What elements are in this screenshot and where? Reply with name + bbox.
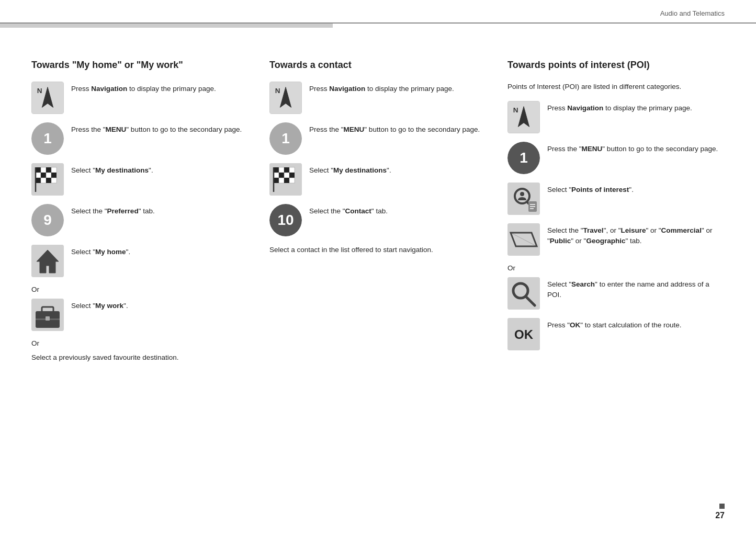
svg-text:N: N	[37, 87, 42, 95]
num1-icon-1: 1	[31, 122, 64, 155]
poi-intro: Points of Interest (POI) are listed in d…	[507, 82, 725, 92]
step-flag-2-text: Select "My destinations".	[309, 163, 487, 176]
step-work: Select "My work".	[31, 299, 249, 331]
step-flag-1: Select "My destinations".	[31, 163, 249, 196]
section-title-poi: Towards points of interest (POI)	[507, 59, 725, 71]
svg-rect-33	[279, 173, 284, 178]
column-my-home-work: Towards "My home" or "My work" N Press N…	[31, 59, 249, 363]
home-icon	[31, 245, 64, 277]
step-flag-2: Select "My destinations".	[269, 163, 487, 196]
step-work-text: Select "My work".	[71, 299, 249, 311]
step-nav-3: N Press Navigation to display the primar…	[507, 101, 725, 133]
svg-text:N: N	[513, 106, 518, 114]
step-home-text: Select "My home".	[71, 245, 249, 257]
step-ok: OK Press "OK" to start calculation of th…	[507, 318, 725, 350]
final-text-2: Select a contact in the list offered to …	[269, 245, 487, 255]
svg-rect-13	[41, 178, 46, 183]
svg-rect-29	[279, 167, 284, 173]
num-circle-1b: 1	[269, 122, 302, 155]
svg-text:OK: OK	[514, 327, 534, 341]
flag-icon-2	[269, 163, 302, 196]
svg-rect-32	[274, 173, 279, 178]
nav-icon-1: N	[31, 82, 64, 114]
svg-rect-30	[284, 167, 289, 173]
step-search: Select "Search" to enter the name and ad…	[507, 277, 725, 310]
svg-rect-12	[36, 178, 41, 183]
svg-rect-23	[46, 316, 50, 321]
page-header: Audio and Telematics	[0, 0, 756, 24]
step-preferred-1: 9 Select the "Preferred" tab.	[31, 204, 249, 236]
num-circle-10: 10	[269, 204, 302, 236]
step-nav-3-text: Press Navigation to display the primary …	[547, 101, 725, 113]
nav-icon-3: N	[507, 101, 540, 133]
step-contact-text: Select the "Contact" tab.	[309, 204, 487, 216]
svg-rect-31	[289, 167, 295, 173]
step-nav-2: N Press Navigation to display the primar…	[269, 82, 487, 114]
step-preferred-text: Select the "Preferred" tab.	[71, 204, 249, 216]
num1-icon-3: 1	[507, 142, 540, 174]
step-menu-1-text: Press the "MENU" button to go to the sec…	[71, 122, 249, 135]
step-poi-select: Select "Points of interest".	[507, 183, 725, 215]
nav-icon-2: N	[269, 82, 302, 114]
svg-rect-35	[289, 173, 295, 178]
travel-icon	[507, 223, 540, 256]
step-contact-tab: 10 Select the "Contact" tab.	[269, 204, 487, 236]
section-title-my-home-work: Towards "My home" or "My work"	[31, 59, 249, 71]
svg-rect-38	[284, 178, 289, 183]
or-label-2: Or	[31, 339, 249, 347]
footer-square	[719, 504, 725, 509]
step-menu-3-text: Press the "MENU" button to go to the sec…	[547, 142, 725, 154]
step-category-text: Select the "Travel", or "Leisure" or "Co…	[547, 223, 725, 247]
step-menu-2-text: Press the "MENU" button to go to the sec…	[309, 122, 487, 135]
step-menu-2: 1 Press the "MENU" button to go to the s…	[269, 122, 487, 155]
step-ok-text: Press "OK" to start calculation of the r…	[547, 318, 725, 330]
section-title-contact: Towards a contact	[269, 59, 487, 71]
column-contact: Towards a contact N Press Navigation to …	[269, 59, 487, 363]
num-circle-9: 9	[31, 204, 64, 236]
header-title: Audio and Telematics	[660, 9, 725, 17]
column-poi: Towards points of interest (POI) Points …	[507, 59, 725, 363]
step-menu-1: 1 Press the "MENU" button to go to the s…	[31, 122, 249, 155]
step-category: Select the "Travel", or "Leisure" or "Co…	[507, 223, 725, 256]
step-poi-text: Select "Points of interest".	[547, 183, 725, 195]
svg-rect-37	[279, 178, 284, 183]
num-circle-1: 1	[31, 122, 64, 155]
svg-rect-7	[51, 167, 57, 173]
svg-rect-34	[284, 173, 289, 178]
svg-point-47	[520, 192, 524, 196]
step-nav-2-text: Press Navigation to display the primary …	[309, 82, 487, 94]
svg-rect-5	[41, 167, 46, 173]
svg-rect-8	[36, 173, 41, 178]
num10-icon: 10	[269, 204, 302, 236]
magnifier-icon	[507, 277, 540, 310]
ok-icon: OK	[507, 318, 540, 350]
flag-icon-1	[31, 163, 64, 196]
top-decorative-bar	[0, 24, 756, 28]
svg-rect-15	[51, 178, 57, 183]
svg-text:N: N	[275, 87, 280, 95]
svg-rect-10	[46, 173, 51, 178]
step-search-text: Select "Search" to enter the name and ad…	[547, 277, 725, 301]
svg-rect-36	[274, 178, 279, 183]
svg-rect-4	[36, 167, 41, 173]
step-flag-1-text: Select "My destinations".	[71, 163, 249, 176]
poi-search-icon	[507, 183, 540, 215]
final-text-1: Select a previously saved favourite dest…	[31, 352, 249, 363]
svg-rect-39	[289, 178, 295, 183]
step-nav-1-text: Press Navigation to display the primary …	[71, 82, 249, 94]
svg-rect-11	[51, 173, 57, 178]
svg-rect-28	[274, 167, 279, 173]
or-label-poi: Or	[507, 264, 725, 272]
svg-rect-6	[46, 167, 51, 173]
num9-icon: 9	[31, 204, 64, 236]
briefcase-icon	[31, 299, 64, 331]
step-nav-1: N Press Navigation to display the primar…	[31, 82, 249, 114]
page-number: 27	[715, 511, 725, 520]
step-home: Select "My home".	[31, 245, 249, 277]
step-menu-3: 1 Press the "MENU" button to go to the s…	[507, 142, 725, 174]
main-content: Towards "My home" or "My work" N Press N…	[0, 49, 756, 384]
num-circle-1c: 1	[507, 142, 540, 174]
svg-rect-14	[46, 178, 51, 183]
page-footer: 27	[715, 504, 725, 520]
svg-rect-9	[41, 173, 46, 178]
